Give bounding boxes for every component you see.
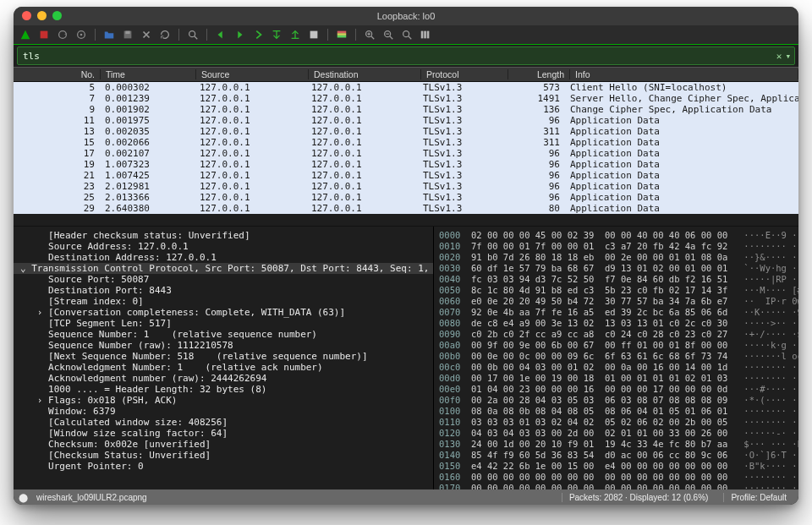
filter-clear-icon[interactable]: ✕ [776, 51, 782, 62]
status-profile[interactable]: Profile: Default [723, 493, 793, 502]
col-proto[interactable]: Protocol [421, 69, 508, 79]
filter-dropdown-icon[interactable]: ▾ [785, 51, 791, 62]
close-window-button[interactable] [22, 11, 31, 20]
hex-line[interactable]: 0040 fc 03 03 94 d3 7c 52 50 f7 0e 84 60… [439, 274, 793, 285]
table-row[interactable]: 70.001239127.0.0.1127.0.0.1TLSv1.31491Se… [14, 93, 798, 104]
stop-capture-icon[interactable] [37, 28, 51, 41]
capture-options-icon[interactable] [74, 28, 88, 41]
jump-to-icon[interactable] [251, 28, 265, 41]
packet-details-pane[interactable]: [Header checksum status: Unverified] Sou… [14, 227, 434, 489]
minimize-window-button[interactable] [37, 11, 47, 20]
first-packet-icon[interactable] [270, 28, 283, 41]
detail-line[interactable]: Checksum: 0x002e [unverified] [20, 439, 426, 450]
hex-line[interactable]: 0110 03 03 03 01 03 02 04 02 05 02 06 02… [439, 417, 793, 428]
packet-list-header[interactable]: No. Time Source Destination Protocol Len… [14, 67, 798, 82]
hex-line[interactable]: 0150 e4 42 22 6b 1e 00 15 00 e4 00 00 00… [439, 461, 793, 472]
hex-line[interactable]: 0050 8c 1c 80 4d 91 b8 ed c3 5b 23 c0 fb… [439, 285, 793, 296]
detail-line[interactable]: Sequence Number (raw): 1112210578 [20, 340, 426, 351]
detail-line[interactable]: Urgent Pointer: 0 [20, 461, 426, 472]
col-dest[interactable]: Destination [309, 69, 421, 79]
detail-line[interactable]: ⌄ Transmission Control Protocol, Src Por… [14, 263, 433, 274]
detail-line[interactable]: Acknowledgment Number: 1 (relative ack n… [20, 362, 426, 373]
hex-line[interactable]: 0160 00 00 00 00 00 00 00 00 00 00 00 00… [439, 472, 793, 483]
col-length[interactable]: Length [508, 69, 570, 79]
hex-line[interactable]: 0000 02 00 00 00 45 00 02 39 00 00 40 00… [439, 230, 793, 241]
hex-line[interactable]: 00d0 00 17 00 1e 00 19 00 18 01 00 01 01… [439, 373, 793, 384]
hex-line[interactable]: 00a0 00 9f 00 9e 00 6b 00 67 00 ff 01 00… [439, 340, 793, 351]
last-packet-icon[interactable] [288, 28, 302, 41]
status-file[interactable]: wireshark_lo09lULR2.pcapng [36, 493, 147, 502]
go-back-icon[interactable] [214, 28, 228, 41]
close-file-icon[interactable] [140, 28, 153, 41]
find-icon[interactable] [186, 28, 200, 41]
detail-line[interactable]: [Calculated window size: 408256] [20, 417, 426, 428]
detail-line[interactable]: [Checksum Status: Unverified] [20, 450, 426, 461]
resize-columns-icon[interactable] [419, 28, 432, 41]
detail-line[interactable]: Destination Address: 127.0.0.1 [20, 252, 426, 263]
detail-line[interactable]: [Stream index: 0] [20, 296, 426, 307]
hex-line[interactable]: 00c0 00 0b 00 04 03 00 01 02 00 0a 00 16… [439, 362, 793, 373]
col-info[interactable]: Info [570, 69, 798, 79]
zoom-out-icon[interactable] [381, 28, 395, 41]
hex-line[interactable]: 00f0 00 2a 00 28 04 03 05 03 06 03 08 07… [439, 395, 793, 406]
table-row[interactable]: 170.002107127.0.0.1127.0.0.1TLSv1.396App… [14, 148, 798, 159]
col-source[interactable]: Source [196, 69, 309, 79]
status-packets[interactable]: Packets: 2082 · Displayed: 12 (0.6%) [562, 493, 716, 502]
save-file-icon[interactable] [121, 28, 134, 41]
hex-line[interactable]: 0060 e0 0e 20 20 49 50 b4 72 30 77 57 ba… [439, 296, 793, 307]
hex-line[interactable]: 0090 c0 2b c0 2f cc a9 cc a8 c0 24 c0 28… [439, 329, 793, 340]
table-row[interactable]: 211.007425127.0.0.1127.0.0.1TLSv1.396App… [14, 170, 798, 181]
hex-line[interactable]: 00e0 01 04 00 23 00 00 00 16 00 00 00 17… [439, 384, 793, 395]
table-row[interactable]: 90.001902127.0.0.1127.0.0.1TLSv1.3136Cha… [14, 104, 798, 115]
colorize-icon[interactable] [335, 28, 348, 41]
col-no[interactable]: No. [14, 69, 101, 79]
detail-line[interactable]: Window: 6379 [20, 406, 426, 417]
table-row[interactable]: 191.007323127.0.0.1127.0.0.1TLSv1.396App… [14, 159, 798, 170]
hex-line[interactable]: 0130 24 00 1d 00 20 10 f9 01 19 4c 33 4e… [439, 439, 793, 450]
hex-line[interactable]: 0140 85 4f f9 60 5d 36 83 54 d0 ac 00 06… [439, 450, 793, 461]
display-filter-input[interactable] [21, 50, 773, 63]
detail-line[interactable]: Destination Port: 8443 [20, 285, 426, 296]
table-row[interactable]: 232.012981127.0.0.1127.0.0.1TLSv1.396App… [14, 181, 798, 192]
detail-line[interactable]: Source Port: 50087 [20, 274, 426, 285]
hex-line[interactable]: 0120 04 03 04 03 03 00 2d 00 02 01 01 00… [439, 428, 793, 439]
hex-line[interactable]: 0020 91 b0 7d 26 80 18 18 eb 00 2e 00 00… [439, 252, 793, 263]
detail-line[interactable]: › Flags: 0x018 (PSH, ACK) [20, 395, 426, 406]
reload-icon[interactable] [158, 28, 172, 41]
detail-line[interactable]: [Header checksum status: Unverified] [20, 230, 426, 241]
zoom-window-button[interactable] [52, 11, 62, 20]
hex-line[interactable]: 00b0 00 0e 00 0c 00 00 09 6c 6f 63 61 6c… [439, 351, 793, 362]
restart-capture-icon[interactable] [56, 28, 69, 41]
table-row[interactable]: 110.001975127.0.0.1127.0.0.1TLSv1.396App… [14, 115, 798, 126]
hex-line[interactable]: 0030 60 df 1e 57 79 ba 68 67 d9 13 01 02… [439, 263, 793, 274]
table-row[interactable]: 292.640380127.0.0.1127.0.0.1TLSv1.380App… [14, 203, 798, 214]
hex-line[interactable]: 0080 de c8 e4 a9 00 3e 13 02 13 03 13 01… [439, 318, 793, 329]
detail-line[interactable]: [Next Sequence Number: 518 (relative seq… [20, 351, 426, 362]
zoom-in-icon[interactable] [363, 28, 376, 41]
hex-line[interactable]: 0070 92 0e 4b aa 7f fe 16 a5 ed 39 2c bc… [439, 307, 793, 318]
table-row[interactable]: 150.002066127.0.0.1127.0.0.1TLSv1.3311Ap… [14, 137, 798, 148]
hex-line[interactable]: 0100 08 0a 08 0b 08 04 08 05 08 06 04 01… [439, 406, 793, 417]
packet-list[interactable]: 50.000302127.0.0.1127.0.0.1TLSv1.3573Cli… [14, 82, 798, 226]
table-row[interactable]: 50.000302127.0.0.1127.0.0.1TLSv1.3573Cli… [14, 82, 798, 93]
cell-len: 96 [504, 181, 565, 192]
detail-line[interactable]: Acknowledgment number (raw): 2444262694 [20, 373, 426, 384]
detail-line[interactable]: Source Address: 127.0.0.1 [20, 241, 426, 252]
detail-line[interactable]: 1000 .... = Header Length: 32 bytes (8) [20, 384, 426, 395]
auto-scroll-icon[interactable] [307, 28, 321, 41]
packet-bytes-pane[interactable]: 0000 02 00 00 00 45 00 02 39 00 00 40 00… [434, 227, 798, 489]
table-row[interactable]: 130.002035127.0.0.1127.0.0.1TLSv1.3311Ap… [14, 126, 798, 137]
display-filter-bar[interactable]: ✕ ▾ ＋ [17, 46, 795, 65]
open-file-icon[interactable] [102, 28, 116, 41]
detail-line[interactable]: [Window size scaling factor: 64] [20, 428, 426, 439]
zoom-reset-icon[interactable] [400, 28, 414, 41]
table-row[interactable]: 252.013366127.0.0.1127.0.0.1TLSv1.396App… [14, 192, 798, 203]
hex-line[interactable]: 0010 7f 00 00 01 7f 00 00 01 c3 a7 20 fb… [439, 241, 793, 252]
detail-line[interactable]: Sequence Number: 1 (relative sequence nu… [20, 329, 426, 340]
detail-line[interactable]: › [Conversation completeness: Complete, … [20, 307, 426, 318]
start-capture-icon[interactable] [19, 28, 32, 41]
detail-line[interactable]: [TCP Segment Len: 517] [20, 318, 426, 329]
hex-line[interactable]: 0170 00 00 00 00 00 00 00 00 00 00 00 00… [439, 483, 793, 489]
col-time[interactable]: Time [101, 69, 196, 79]
go-forward-icon[interactable] [233, 28, 246, 41]
